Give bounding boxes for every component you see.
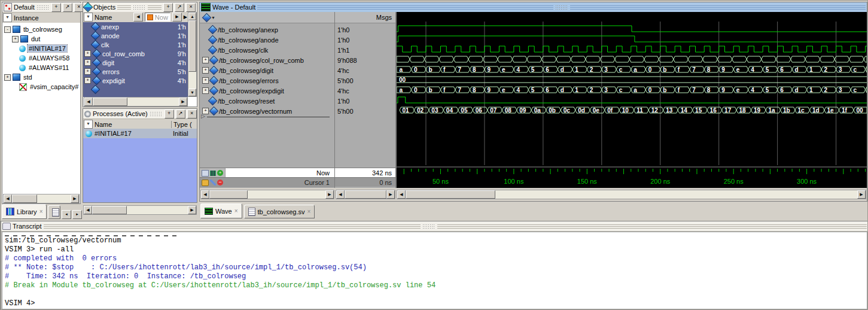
scroll-thumb[interactable] [209, 190, 248, 199]
wave-signal-value-col_row_comb[interactable]: 9'h088 [335, 55, 395, 65]
names-hscrollbar[interactable]: ◀ ▶ [200, 190, 334, 199]
expand-icon[interactable]: + [84, 59, 91, 66]
processes-pane-header[interactable]: Processes (Active) + ↗ × [83, 109, 197, 119]
waveform-canvas[interactable]: 50 ns100 ns150 ns200 ns250 ns300 nsa0bf7… [397, 12, 867, 188]
wave-signal-value-anexp[interactable]: 1'h0 [335, 25, 395, 35]
scroll-left-icon[interactable]: ◀ [336, 190, 345, 199]
wave-mini-icon[interactable] [210, 171, 216, 176]
cursor-row[interactable]: − Cursor 1 [200, 177, 334, 187]
wave-signal-value-clk[interactable]: 1'h1 [335, 45, 395, 55]
objects-vscrollbar[interactable]: ▲ ▼ [188, 12, 197, 97]
close-icon[interactable]: × [234, 208, 238, 214]
scroll-up-icon[interactable]: ▲ [188, 13, 196, 20]
header-overflow-icon[interactable]: ▶ [184, 14, 187, 20]
tree-item-tb-colrowseg[interactable]: -tb_colrowseg [2, 25, 80, 34]
transcript-body[interactable]: sim:/tb_colrowseg/vectornumVSIM 3> run -… [2, 232, 867, 309]
add-cursor-icon[interactable]: + [217, 170, 223, 176]
expand-icon[interactable]: + [4, 74, 11, 81]
tab-source-file[interactable]: tb_colrowseg.sv × [244, 205, 315, 218]
expand-icon[interactable]: + [202, 67, 209, 74]
object-row-expdigit[interactable]: +expdigit4'h [83, 76, 188, 85]
tab-library[interactable]: Library × [2, 204, 47, 219]
scroll-right-icon[interactable]: ▶ [857, 190, 866, 199]
values-hscrollbar[interactable]: ◀ ▶ [336, 190, 395, 199]
wave-signal-anexp[interactable]: /tb_colrowseg/anexp [200, 25, 334, 35]
filter-icon[interactable]: ▼ [3, 13, 12, 22]
filter-icon[interactable]: ▼ [84, 13, 93, 22]
close-icon[interactable]: × [307, 208, 310, 215]
objects-pane-header[interactable]: Objects + ↗ × [83, 2, 197, 13]
tab-project[interactable]: Pr [48, 205, 60, 219]
wave-signal-vectornum[interactable]: +/tb_colrowseg/vectornum [200, 106, 334, 116]
expand-icon[interactable]: + [202, 57, 209, 63]
undock-button[interactable]: ↗ [175, 3, 184, 12]
structure-pane-header[interactable]: Default + ↗ × [2, 2, 80, 13]
expand-button[interactable]: + [51, 3, 61, 12]
objects-column-header[interactable]: ▼ Name ◀ Now ▶ ▶ [83, 12, 188, 23]
expand-button[interactable]: + [165, 110, 174, 118]
tree-item--initial-17[interactable]: #INITIAL#17 [2, 44, 80, 53]
tab-scroll-left-icon[interactable]: ◂ [62, 210, 71, 219]
scroll-left-icon[interactable]: ◀ [397, 190, 406, 199]
object-row-digit[interactable]: +digit4'h [83, 58, 188, 67]
objects-hscrollbar[interactable]: ◀ ▶ [84, 97, 188, 107]
scroll-right-icon[interactable]: ▶ [179, 98, 187, 106]
scroll-left-icon[interactable]: ◀ [4, 194, 12, 203]
scroll-thumb[interactable] [345, 190, 386, 199]
mid-hscrollbar[interactable]: ◀ ▶ [83, 205, 197, 215]
wave-signal-clk[interactable]: /tb_colrowseg/clk [200, 45, 334, 55]
scroll-thumb[interactable] [406, 190, 495, 199]
scroll-thumb[interactable] [188, 20, 196, 72]
wave-signal-value-expdigit[interactable]: 4'hc [335, 86, 395, 96]
scroll-thumb[interactable] [92, 206, 127, 214]
tree-item--always-58[interactable]: #ALWAYS#58 [2, 53, 80, 63]
drag-handle[interactable] [150, 111, 163, 116]
expand-icon[interactable]: + [84, 68, 91, 75]
structure-hscrollbar[interactable]: ◀ ▶ [3, 194, 80, 203]
wave-signal-digit[interactable]: +/tb_colrowseg/digit [200, 65, 334, 75]
object-row-errors[interactable]: +errors5'h [83, 67, 188, 76]
goto-last-change-icon[interactable]: ▶ [172, 13, 182, 22]
snapshot-icon[interactable] [202, 170, 209, 177]
scroll-thumb[interactable] [12, 194, 37, 203]
scroll-left-icon[interactable]: ◀ [201, 190, 209, 199]
tree-item-dut[interactable]: +dut [2, 34, 80, 44]
canvas-hscrollbar[interactable]: ◀ ▶ [397, 190, 866, 199]
wave-signal-value-errors[interactable]: 5'h00 [335, 75, 395, 86]
tree-item-std[interactable]: +std [2, 72, 80, 82]
object-row-clk[interactable]: clk1'h [83, 40, 188, 49]
wave-signal-expdigit[interactable]: +/tb_colrowseg/expdigit [200, 86, 334, 96]
tab-wave[interactable]: Wave × [200, 203, 242, 218]
now-button[interactable]: Now [145, 13, 170, 22]
object-row-anexp[interactable]: anexp1'h [83, 22, 188, 31]
lock-icon[interactable] [202, 180, 209, 186]
collapse-icon[interactable]: - [4, 26, 11, 33]
expand-icon[interactable]: + [202, 77, 209, 84]
drag-handle[interactable] [422, 224, 435, 229]
remove-cursor-icon[interactable]: − [217, 180, 223, 186]
transcript-pane-header[interactable]: Transcript [1, 221, 868, 232]
chevron-down-icon[interactable]: ▼ [211, 16, 215, 20]
now-row[interactable]: + Now [200, 168, 334, 178]
close-button[interactable]: × [187, 110, 197, 118]
object-row-col_row_comb[interactable]: +col_row_comb9'h [83, 49, 188, 58]
wave-signal-col_row_comb[interactable]: +/tb_colrowseg/col_row_comb [200, 55, 334, 65]
wave-signal-reset[interactable]: /tb_colrowseg/reset [200, 96, 334, 106]
close-button[interactable]: × [186, 3, 196, 12]
close-icon[interactable]: × [39, 208, 43, 215]
expand-icon[interactable]: + [84, 77, 91, 84]
wave-pane-header[interactable]: Wave - Default [200, 2, 867, 13]
drag-handle[interactable] [555, 5, 568, 10]
expand-button[interactable]: + [163, 3, 173, 12]
drag-handle[interactable] [133, 5, 146, 10]
filter-icon[interactable]: ▼ [84, 120, 93, 129]
signal-group-icon[interactable] [202, 13, 212, 22]
process-row--initial-17[interactable]: #INITIAL#17Initial [83, 129, 197, 138]
undock-button[interactable]: ↗ [176, 110, 185, 118]
scroll-left-icon[interactable]: ◀ [84, 206, 92, 214]
scroll-right-icon[interactable]: ▶ [71, 194, 79, 203]
drag-handle[interactable] [36, 5, 50, 10]
scroll-down-icon[interactable]: ▼ [188, 89, 196, 96]
expand-icon[interactable]: + [12, 36, 19, 42]
expand-icon[interactable]: + [202, 87, 209, 94]
